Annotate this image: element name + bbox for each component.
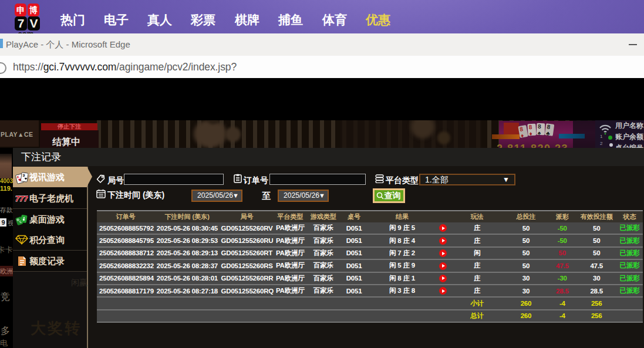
- svg-text:777: 777: [15, 194, 28, 203]
